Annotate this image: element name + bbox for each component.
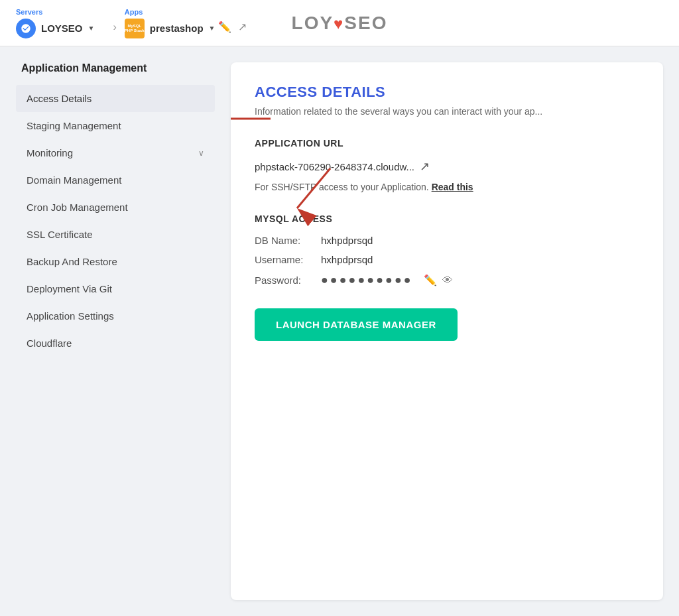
sidebar-item-label: Monitoring: [27, 147, 73, 158]
password-dots: ●●●●●●●●●●: [321, 273, 413, 287]
ssh-note: For SSH/SFTP access to your Application.…: [255, 182, 639, 192]
open-external-icon[interactable]: ↗: [238, 21, 247, 33]
app-chevron-icon: ▼: [209, 25, 216, 32]
sidebar-item-deployment-git[interactable]: Deployment Via Git: [16, 275, 215, 302]
mysql-title: MYSQL ACCESS: [255, 214, 639, 224]
username-label: Username:: [255, 254, 321, 265]
breadcrumb-arrow: ›: [113, 21, 116, 33]
sidebar-item-ssl-certificate[interactable]: SSL Certificate: [16, 221, 215, 248]
app-url-title: APPLICATION URL: [255, 138, 639, 149]
app-selector[interactable]: MySQLPHP Stack prestashop ▼: [125, 19, 216, 38]
apps-label: Apps: [125, 8, 143, 16]
launch-database-manager-button[interactable]: LAUNCH DATABASE MANAGER: [255, 308, 458, 341]
server-chevron-icon: ▼: [88, 25, 95, 32]
sidebar-item-backup-restore[interactable]: Backup And Restore: [16, 248, 215, 275]
sidebar-item-staging-management[interactable]: Staging Management: [16, 112, 215, 139]
sidebar-item-label: Deployment Via Git: [27, 283, 112, 294]
sidebar-item-app-settings[interactable]: Application Settings: [16, 302, 215, 330]
sidebar-item-label: Application Settings: [27, 310, 114, 322]
apps-section: Apps MySQLPHP Stack prestashop ▼: [125, 8, 216, 38]
ssh-note-text: For SSH/SFTP access to your Application.: [255, 182, 429, 192]
monitoring-chevron-icon: ∨: [198, 149, 204, 158]
header: LOY♥SEO Servers LOYSEO ▼ › Apps MySQLPHP…: [0, 0, 679, 46]
username-value: hxhpdprsqd: [321, 254, 373, 265]
brand-logo: LOY♥SEO: [292, 13, 388, 34]
section-desc: Information related to the several ways …: [255, 106, 639, 117]
db-name-row: DB Name: hxhpdprsqd: [255, 235, 639, 246]
server-name: LOYSEO: [41, 23, 83, 34]
logo-seo: SEO: [344, 13, 387, 33]
sidebar-item-label: Cloudflare: [27, 338, 72, 349]
sidebar-item-domain-management[interactable]: Domain Management: [16, 166, 215, 194]
sidebar-item-cloudflare[interactable]: Cloudflare: [16, 330, 215, 357]
server-icon: [16, 19, 36, 38]
db-name-label: DB Name:: [255, 235, 321, 246]
content-area: ACCESS DETAILS Information related to th…: [231, 62, 663, 600]
sidebar-item-label: Domain Management: [27, 174, 121, 186]
logo-loy: LOY: [292, 13, 334, 33]
sidebar-title: Application Management: [16, 62, 215, 74]
main-layout: Application Management Access Details St…: [0, 46, 679, 616]
sidebar-item-cron-job[interactable]: Cron Job Management: [16, 194, 215, 221]
sidebar-item-label: Access Details: [27, 93, 92, 104]
sidebar-item-label: Backup And Restore: [27, 256, 117, 267]
app-url-external-icon[interactable]: ↗: [420, 159, 430, 174]
logo-heart: ♥: [334, 15, 344, 32]
read-this-link[interactable]: Read this: [432, 182, 473, 192]
app-name: prestashop: [150, 23, 204, 34]
server-selector[interactable]: LOYSEO ▼: [16, 19, 94, 38]
username-row: Username: hxhpdprsqd: [255, 254, 639, 265]
servers-label: Servers: [16, 8, 42, 16]
edit-icon[interactable]: ✏️: [218, 21, 231, 33]
password-actions: ●●●●●●●●●● ✏️ 👁: [321, 273, 453, 287]
app-url-section: APPLICATION URL phpstack-706290-2648374.…: [255, 138, 639, 192]
sidebar-item-monitoring[interactable]: Monitoring ∨: [16, 139, 215, 166]
db-name-value: hxhpdprsqd: [321, 235, 373, 246]
show-password-icon[interactable]: 👁: [442, 275, 453, 286]
password-label: Password:: [255, 275, 321, 286]
section-title: ACCESS DETAILS: [255, 84, 639, 101]
sidebar-item-access-details[interactable]: Access Details: [16, 85, 215, 112]
sidebar-item-label: Cron Job Management: [27, 202, 128, 213]
app-url-text: phpstack-706290-2648374.cloudw...: [255, 161, 414, 172]
app-url-row: phpstack-706290-2648374.cloudw... ↗: [255, 159, 639, 174]
sidebar: Application Management Access Details St…: [16, 62, 215, 600]
sidebar-item-label: SSL Certificate: [27, 229, 93, 240]
header-actions: ✏️ ↗: [218, 21, 247, 33]
sidebar-menu: Access Details Staging Management Monito…: [16, 85, 215, 357]
app-icon: MySQLPHP Stack: [125, 19, 145, 38]
sidebar-item-label: Staging Management: [27, 120, 121, 131]
mysql-section: MYSQL ACCESS DB Name: hxhpdprsqd Usernam…: [255, 214, 639, 287]
servers-section: Servers LOYSEO ▼: [16, 8, 94, 38]
password-row: Password: ●●●●●●●●●● ✏️ 👁: [255, 273, 639, 287]
edit-password-icon[interactable]: ✏️: [424, 274, 437, 286]
